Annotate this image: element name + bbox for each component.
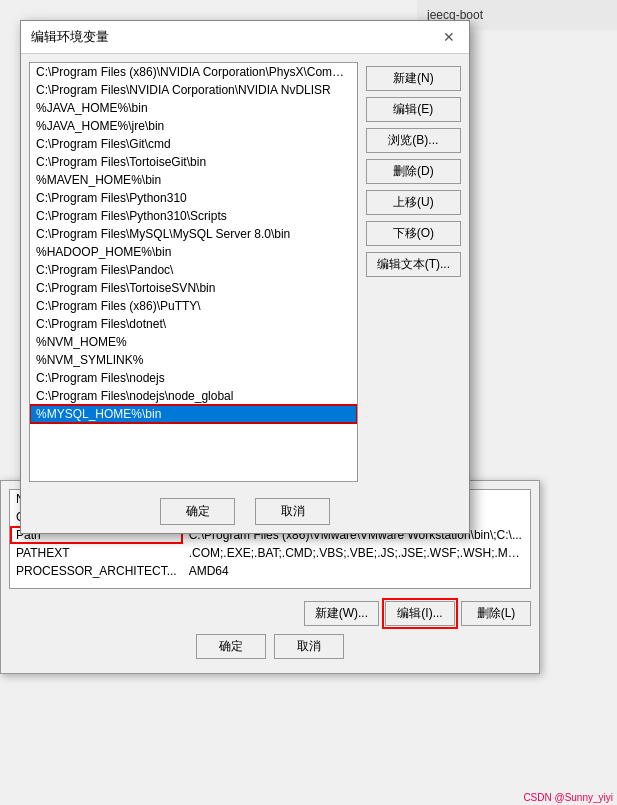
new-button[interactable]: 新建(N) <box>366 66 461 91</box>
outer-ok-button[interactable]: 确定 <box>196 634 266 659</box>
right-button-panel: 新建(N) 编辑(E) 浏览(B)... 删除(D) 上移(U) 下移(O) 编… <box>366 62 461 482</box>
outer-edit-button[interactable]: 编辑(I)... <box>385 601 455 626</box>
watermark: CSDN @Sunny_yiyi <box>523 792 613 803</box>
list-item[interactable]: C:\Program Files\nodejs <box>30 369 357 387</box>
dialog-footer: 确定 取消 <box>21 490 469 533</box>
delete-button[interactable]: 删除(D) <box>366 159 461 184</box>
list-item[interactable]: %MAVEN_HOME%\bin <box>30 171 357 189</box>
list-item[interactable]: C:\Program Files\TortoiseSVN\bin <box>30 279 357 297</box>
list-item[interactable]: C:\Program Files\NVIDIA Corporation\NVID… <box>30 81 357 99</box>
table-row[interactable]: PATHEXT.COM;.EXE;.BAT;.CMD;.VBS;.VBE;.JS… <box>10 544 530 562</box>
list-item[interactable]: C:\Program Files (x86)\NVIDIA Corporatio… <box>30 63 357 81</box>
cancel-button[interactable]: 取消 <box>255 498 330 525</box>
list-item[interactable]: C:\Program Files\dotnet\ <box>30 315 357 333</box>
list-item[interactable]: C:\Program Files\MySQL\MySQL Server 8.0\… <box>30 225 357 243</box>
dialog-title: 编辑环境变量 <box>31 28 109 46</box>
outer-cancel-button[interactable]: 取消 <box>274 634 344 659</box>
list-item[interactable]: %JAVA_HOME%\jre\bin <box>30 117 357 135</box>
move-up-button[interactable]: 上移(U) <box>366 190 461 215</box>
close-button[interactable]: ✕ <box>439 27 459 47</box>
list-item[interactable]: C:\Program Files\Git\cmd <box>30 135 357 153</box>
edit-env-dialog: 编辑环境变量 ✕ C:\Program Files (x86)\NVIDIA C… <box>20 20 470 534</box>
ok-button[interactable]: 确定 <box>160 498 235 525</box>
move-down-button[interactable]: 下移(O) <box>366 221 461 246</box>
table-cell-val: AMD64 <box>183 562 530 580</box>
list-item[interactable]: C:\Program Files\Pandoc\ <box>30 261 357 279</box>
list-item[interactable]: %MYSQL_HOME%\bin <box>30 405 357 423</box>
outer-new-button[interactable]: 新建(W)... <box>304 601 379 626</box>
outer-edit-buttons: 新建(W)... 编辑(I)... 删除(L) <box>9 597 531 630</box>
dialog-titlebar: 编辑环境变量 ✕ <box>21 21 469 54</box>
outer-footer-buttons: 确定 取消 <box>9 630 531 665</box>
list-item[interactable]: %HADOOP_HOME%\bin <box>30 243 357 261</box>
edit-button[interactable]: 编辑(E) <box>366 97 461 122</box>
list-item[interactable]: %JAVA_HOME%\bin <box>30 99 357 117</box>
table-cell-val: .COM;.EXE;.BAT;.CMD;.VBS;.VBE;.JS;.JSE;.… <box>183 544 530 562</box>
list-item[interactable]: C:\Program Files\Python310 <box>30 189 357 207</box>
list-item[interactable]: %NVM_SYMLINK% <box>30 351 357 369</box>
list-item[interactable]: C:\Program Files (x86)\PuTTY\ <box>30 297 357 315</box>
browse-button[interactable]: 浏览(B)... <box>366 128 461 153</box>
list-item[interactable]: C:\Program Files\TortoiseGit\bin <box>30 153 357 171</box>
table-cell-var: PROCESSOR_ARCHITECT... <box>10 562 183 580</box>
path-list-container[interactable]: C:\Program Files (x86)\NVIDIA Corporatio… <box>29 62 358 482</box>
list-item[interactable]: C:\Program Files\nodejs\node_global <box>30 387 357 405</box>
edit-text-button[interactable]: 编辑文本(T)... <box>366 252 461 277</box>
list-item[interactable]: %NVM_HOME% <box>30 333 357 351</box>
list-item[interactable]: C:\Program Files\Python310\Scripts <box>30 207 357 225</box>
dialog-body: C:\Program Files (x86)\NVIDIA Corporatio… <box>21 54 469 490</box>
table-row[interactable]: PROCESSOR_ARCHITECT...AMD64 <box>10 562 530 580</box>
outer-delete-button[interactable]: 删除(L) <box>461 601 531 626</box>
table-cell-var: PATHEXT <box>10 544 183 562</box>
